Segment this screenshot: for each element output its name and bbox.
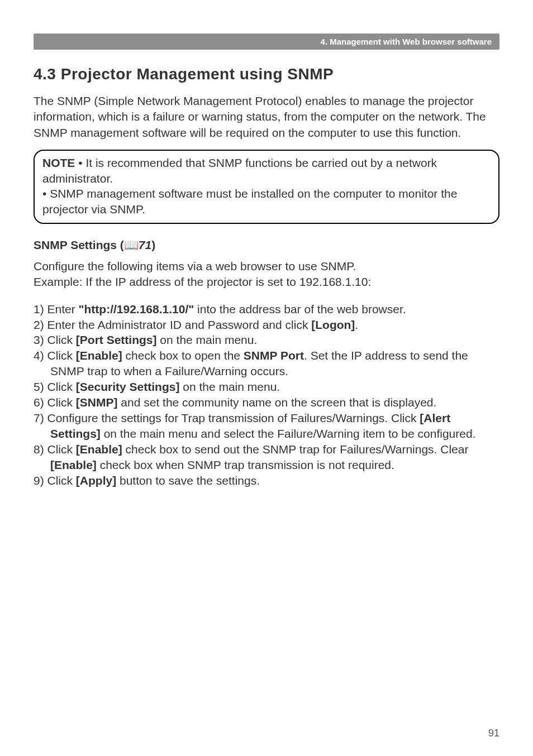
step-2-post: . bbox=[355, 318, 358, 331]
note-line1-prefix: • bbox=[75, 156, 85, 169]
step-2-pre: 2) Enter the Administrator ID and Passwo… bbox=[34, 318, 311, 331]
step-3: 3) Click [Port Settings] on the main men… bbox=[34, 332, 499, 348]
step-4-mid: check box to open the bbox=[122, 349, 244, 362]
step-8-mid: check box to send out the SNMP trap for … bbox=[122, 443, 469, 456]
step-5: 5) Click [Security Settings] on the main… bbox=[34, 379, 499, 395]
step-8-pre: 8) Click bbox=[34, 443, 76, 456]
step-8-bold2: [Enable] bbox=[50, 458, 97, 471]
step-9-post: button to save the settings. bbox=[116, 474, 260, 487]
subsection-ref-num: 71 bbox=[139, 238, 151, 251]
step-5-pre: 5) Click bbox=[34, 380, 76, 393]
step-8-bold1: [Enable] bbox=[76, 443, 122, 456]
step-1: 1) Enter "http://192.168.1.10/" into the… bbox=[34, 302, 499, 317]
note-line2-prefix: • bbox=[42, 187, 50, 200]
step-1-bold: "http://192.168.1.10/" bbox=[79, 303, 194, 315]
step-6-post: and set the community name on the screen… bbox=[118, 396, 437, 409]
steps-list: 1) Enter "http://192.168.1.10/" into the… bbox=[34, 302, 499, 489]
step-4-pre: 4) Click bbox=[34, 349, 76, 362]
step-9-bold: [Apply] bbox=[76, 474, 116, 487]
step-4-bold2: SNMP Port bbox=[244, 349, 304, 362]
step-8: 8) Click [Enable] check box to send out … bbox=[34, 442, 499, 473]
step-9: 9) Click [Apply] button to save the sett… bbox=[34, 473, 499, 489]
step-3-post: on the main menu. bbox=[157, 333, 258, 346]
step-3-pre: 3) Click bbox=[34, 333, 76, 346]
step-2: 2) Enter the Administrator ID and Passwo… bbox=[34, 317, 499, 333]
subsection-intro-line2: Example: If the IP address of the projec… bbox=[34, 275, 371, 288]
step-5-bold: [Security Settings] bbox=[76, 380, 180, 393]
subsection-intro-line1: Configure the following items via a web … bbox=[34, 260, 356, 272]
step-6-pre: 6) Click bbox=[34, 396, 76, 409]
subsection-intro: Configure the following items via a web … bbox=[34, 259, 499, 290]
step-5-post: on the main menu. bbox=[179, 380, 280, 393]
chapter-header-bar: 4. Management with Web browser software bbox=[34, 34, 499, 50]
note-box: NOTE • It is recommended that SNMP funct… bbox=[34, 150, 499, 224]
step-9-pre: 9) Click bbox=[34, 474, 76, 487]
book-icon: 📖 bbox=[124, 238, 139, 251]
chapter-header-text: 4. Management with Web browser software bbox=[321, 37, 492, 46]
subsection-title-prefix: SNMP Settings ( bbox=[34, 238, 124, 251]
step-1-post: into the address bar of the web browser. bbox=[194, 303, 406, 315]
note-line1: It is recommended that SNMP functions be… bbox=[42, 156, 437, 185]
subsection-title-suffix: ) bbox=[151, 238, 155, 251]
document-page: 4. Management with Web browser software … bbox=[0, 0, 533, 756]
step-4: 4) Click [Enable] check box to open the … bbox=[34, 348, 499, 379]
step-7: 7) Configure the settings for Trap trans… bbox=[34, 410, 499, 442]
page-number: 91 bbox=[488, 728, 499, 739]
note-line2: SNMP management software must be install… bbox=[42, 187, 457, 216]
step-6-bold: [SNMP] bbox=[76, 396, 118, 409]
step-4-bold1: [Enable] bbox=[76, 349, 122, 362]
step-3-bold: [Port Settings] bbox=[76, 333, 157, 346]
step-8-post: check box when SNMP trap transmission is… bbox=[97, 458, 394, 471]
step-7-pre: 7) Configure the settings for Trap trans… bbox=[34, 412, 420, 424]
subsection-title: SNMP Settings (📖71) bbox=[34, 238, 499, 252]
step-1-pre: 1) Enter bbox=[34, 303, 79, 315]
step-7-post: on the main menu and select the Failure/… bbox=[101, 427, 476, 440]
step-6: 6) Click [SNMP] and set the community na… bbox=[34, 395, 499, 410]
section-title: 4.3 Projector Management using SNMP bbox=[34, 65, 499, 83]
step-2-bold: [Logon] bbox=[311, 318, 355, 331]
note-label: NOTE bbox=[42, 156, 75, 169]
section-intro: The SNMP (Simple Network Management Prot… bbox=[34, 93, 499, 141]
